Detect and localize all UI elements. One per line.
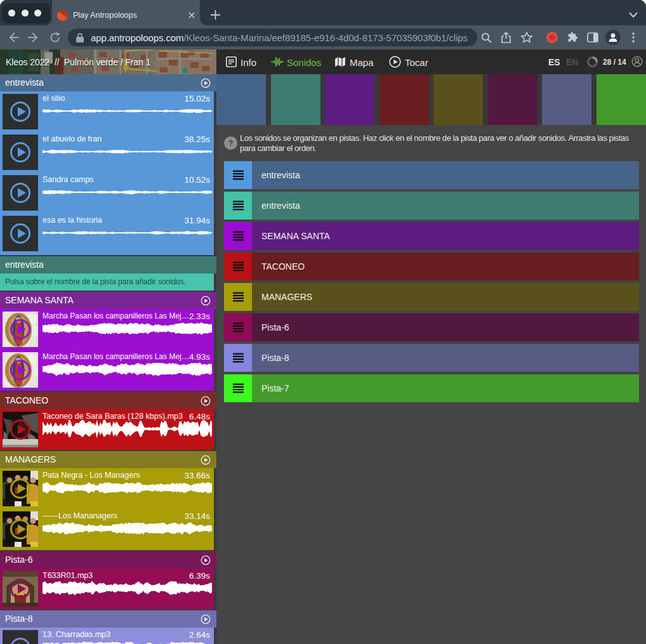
svg-text:?: ? xyxy=(228,138,234,148)
